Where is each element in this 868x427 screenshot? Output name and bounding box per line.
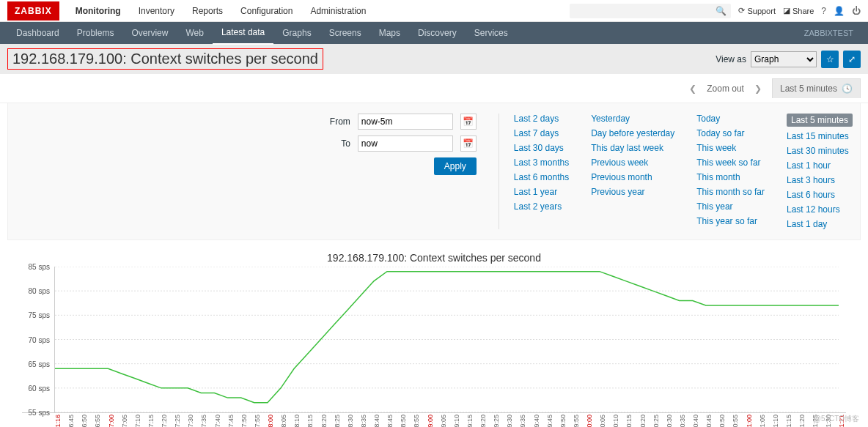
preset-link[interactable]: Previous year <box>591 187 674 197</box>
x-tick-label: 11:18:20 <box>320 415 328 427</box>
x-tick-label: 11:21:15 <box>785 415 792 427</box>
preset-link[interactable]: Last 1 year <box>514 187 569 197</box>
from-calendar-button[interactable]: 📅 <box>460 114 477 130</box>
preset-link[interactable]: Today <box>696 114 765 124</box>
y-tick-label: 75 sps <box>29 311 50 319</box>
preset-link[interactable]: This week so far <box>696 157 765 168</box>
preset-link[interactable]: Previous month <box>591 172 674 182</box>
fullscreen-button[interactable]: ⤢ <box>843 51 861 68</box>
preset-link[interactable]: Last 30 days <box>514 143 569 153</box>
x-tick-label: 11:19:45 <box>546 415 553 427</box>
nav-inventory[interactable]: Inventory <box>130 0 183 22</box>
from-label: From <box>321 116 350 127</box>
zoom-out-link[interactable]: Zoom out <box>707 83 744 94</box>
subnav-dashboard[interactable]: Dashboard <box>7 22 68 44</box>
y-tick-label: 60 sps <box>29 384 50 392</box>
preset-link[interactable]: Last 6 hours <box>787 190 853 200</box>
preset-link[interactable]: Last 1 hour <box>787 160 853 171</box>
x-tick-label: 11:17:50 <box>240 415 248 427</box>
x-tick-label: 11:20:40 <box>692 415 699 427</box>
nav-reports[interactable]: Reports <box>183 0 232 22</box>
power-icon[interactable]: ⏻ <box>852 6 861 16</box>
x-tick-label: 11:17:15 <box>147 415 155 427</box>
top-bar: ZABBIX Monitoring Inventory Reports Conf… <box>0 0 868 22</box>
preset-link[interactable]: This month so far <box>696 187 765 197</box>
subnav-problems[interactable]: Problems <box>68 22 123 44</box>
view-as-select[interactable]: Graph <box>751 51 817 67</box>
preset-link[interactable]: This day last week <box>591 143 674 153</box>
x-tick-label: 11:19:25 <box>493 415 500 427</box>
subnav-web[interactable]: Web <box>177 22 212 44</box>
preset-link[interactable]: Last 30 minutes <box>787 146 853 156</box>
preset-link[interactable]: Last 5 minutes <box>787 114 853 127</box>
nav-monitoring[interactable]: Monitoring <box>67 0 130 22</box>
preset-link[interactable]: This year <box>696 201 765 212</box>
to-label: To <box>321 138 350 149</box>
y-tick-label: 85 sps <box>29 263 50 271</box>
preset-link[interactable]: Last 12 hours <box>787 204 853 215</box>
search-icon: 🔍 <box>716 6 727 16</box>
subnav-graphs[interactable]: Graphs <box>273 22 320 44</box>
x-tick-label: 11:18:30 <box>347 415 354 427</box>
search-input[interactable]: 🔍 <box>570 4 731 18</box>
apply-button[interactable]: Apply <box>434 157 477 175</box>
favorite-button[interactable]: ☆ <box>821 51 839 68</box>
graph-area: 192.168.179.100: Context switches per se… <box>7 252 861 427</box>
x-tick-label: 11:17:40 <box>214 415 221 427</box>
to-calendar-button[interactable]: 📅 <box>460 135 477 152</box>
x-tick-label: 11:19:35 <box>519 415 526 427</box>
nav-administration[interactable]: Administration <box>301 0 375 22</box>
subnav-screens[interactable]: Screens <box>320 22 370 44</box>
share-link[interactable]: ◪Share <box>783 6 814 15</box>
preset-link[interactable]: Last 3 months <box>514 157 569 168</box>
time-range-tab[interactable]: Last 5 minutes 🕓 <box>772 78 861 98</box>
x-tick-label: 11:19:05 <box>440 415 447 427</box>
x-tick-label: 11:16:50 <box>81 415 88 427</box>
preset-link[interactable]: Last 1 day <box>787 219 853 229</box>
x-tick-label: 11:19:55 <box>573 415 580 427</box>
top-right: 🔍 ⟳Support ◪Share ? 👤 ⏻ <box>570 4 861 18</box>
subnav-discovery[interactable]: Discovery <box>409 22 466 44</box>
preset-link[interactable]: Previous week <box>591 157 674 168</box>
x-axis-labels: 06-15 11:1611:16:4511:16:5011:16:5511:17… <box>54 415 846 427</box>
x-tick-label: 11:17:35 <box>200 415 207 427</box>
nav-configuration[interactable]: Configuration <box>232 0 301 22</box>
preset-link[interactable]: Last 7 days <box>514 128 569 138</box>
preset-link[interactable]: Last 2 days <box>514 114 569 124</box>
preset-link[interactable]: This week <box>696 143 765 153</box>
x-tick-label: 11:16:45 <box>67 415 75 427</box>
preset-link[interactable]: Yesterday <box>591 114 674 124</box>
subnav-latest-data[interactable]: Latest data <box>213 21 273 45</box>
subnav-overview[interactable]: Overview <box>122 22 177 44</box>
x-tick-label: 11:20:00 <box>586 415 593 427</box>
next-icon[interactable]: ❯ <box>754 83 762 94</box>
help-icon[interactable]: ? <box>821 6 826 16</box>
support-link[interactable]: ⟳Support <box>738 6 776 15</box>
from-input[interactable] <box>358 114 453 130</box>
preset-link[interactable]: This year so far <box>696 216 765 226</box>
preset-link[interactable]: Today so far <box>696 128 765 138</box>
to-input[interactable] <box>358 135 453 152</box>
subnav-maps[interactable]: Maps <box>370 22 409 44</box>
support-icon: ⟳ <box>738 6 745 15</box>
preset-link[interactable]: Last 15 minutes <box>787 131 853 141</box>
preset-link[interactable]: Last 3 hours <box>787 175 853 185</box>
watermark: @51CTO博客 <box>814 414 859 424</box>
graph-title: 192.168.179.100: Context switches per se… <box>7 252 861 264</box>
x-tick-label: 11:19:20 <box>479 415 487 427</box>
x-tick-label: 11:18:55 <box>413 415 420 427</box>
filter-area: From 📅 To 📅 Apply Last 2 daysLast 7 days… <box>7 103 861 240</box>
preset-link[interactable]: This month <box>696 172 765 182</box>
preset-link[interactable]: Last 2 years <box>514 201 569 212</box>
x-tick-label: 11:18:35 <box>360 415 367 427</box>
x-tick-label: 11:17:05 <box>121 415 128 427</box>
preset-link[interactable]: Last 6 months <box>514 172 569 182</box>
user-icon[interactable]: 👤 <box>834 6 845 16</box>
graph: 55 sps60 sps65 sps70 sps75 sps80 sps85 s… <box>22 267 846 413</box>
preset-link[interactable]: Day before yesterday <box>591 128 674 138</box>
prev-icon[interactable]: ❮ <box>689 83 696 94</box>
x-tick-label: 11:17:45 <box>227 415 235 427</box>
subnav-services[interactable]: Services <box>466 22 517 44</box>
x-tick-label: 11:21:05 <box>759 415 766 427</box>
x-tick-label: 11:20:35 <box>679 415 686 427</box>
